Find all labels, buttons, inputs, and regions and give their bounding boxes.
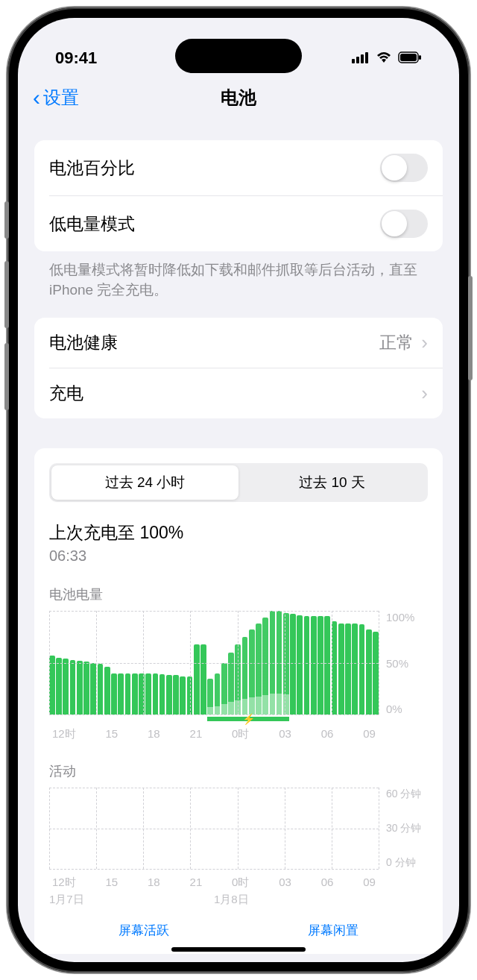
- legend-screen-on: 屏幕活跃: [119, 922, 169, 939]
- dynamic-island: [175, 39, 302, 73]
- nav-bar: ‹ 设置 电池: [18, 78, 459, 122]
- phone-frame: 09:41 ‹ 设置 电池 电: [7, 7, 470, 973]
- battery-health-row[interactable]: 电池健康 正常 ›: [34, 318, 443, 368]
- battery-percentage-label: 电池百分比: [49, 157, 135, 180]
- battery-x-axis: 12时1518210时030609: [49, 727, 379, 741]
- home-indicator[interactable]: [171, 947, 306, 952]
- status-time: 09:41: [55, 48, 97, 68]
- svg-rect-6: [419, 55, 421, 60]
- charging-row[interactable]: 充电 ›: [34, 368, 443, 418]
- last-charge-title: 上次充电至 100%: [49, 521, 428, 544]
- activity-dates: 1月7日1月8日: [49, 893, 379, 907]
- segmented-control[interactable]: 过去 24 小时 过去 10 天: [49, 463, 428, 502]
- battery-percentage-row[interactable]: 电池百分比: [34, 140, 443, 195]
- battery-icon: [398, 48, 422, 68]
- charging-indicator: ⚡: [49, 717, 379, 721]
- chevron-left-icon: ‹: [33, 85, 40, 110]
- svg-rect-2: [361, 54, 364, 63]
- activity-legend: 屏幕活跃 屏幕闲置: [49, 922, 428, 939]
- screen: 09:41 ‹ 设置 电池 电: [18, 18, 459, 962]
- svg-rect-0: [352, 59, 355, 63]
- tab-10d[interactable]: 过去 10 天: [238, 465, 426, 500]
- chart-card: 过去 24 小时 过去 10 天 上次充电至 100% 06:33 电池电量 ⚡…: [34, 448, 443, 954]
- last-charge-time: 06:33: [49, 547, 428, 565]
- battery-health-value: 正常: [379, 331, 414, 354]
- activity-title: 活动: [49, 762, 428, 780]
- low-power-mode-label: 低电量模式: [49, 213, 135, 236]
- chevron-right-icon: ›: [421, 382, 428, 405]
- legend-screen-off: 屏幕闲置: [308, 922, 358, 939]
- battery-level-title: 电池电量: [49, 585, 428, 603]
- page-title: 电池: [221, 86, 256, 110]
- battery-level-chart[interactable]: [49, 611, 379, 715]
- settings-group-1: 电池百分比 低电量模式: [34, 140, 443, 251]
- svg-rect-5: [400, 54, 417, 61]
- low-power-mode-row[interactable]: 低电量模式: [34, 196, 443, 251]
- activity-chart[interactable]: [49, 788, 379, 870]
- back-label: 设置: [43, 86, 79, 110]
- battery-percentage-switch[interactable]: [380, 154, 428, 182]
- chevron-right-icon: ›: [421, 331, 428, 354]
- svg-rect-3: [365, 52, 368, 63]
- battery-health-label: 电池健康: [49, 331, 118, 354]
- svg-rect-1: [356, 57, 359, 63]
- battery-y-axis: 100%50%0%: [386, 611, 428, 715]
- back-button[interactable]: ‹ 设置: [33, 85, 79, 110]
- low-power-mode-switch[interactable]: [380, 210, 428, 238]
- charging-label: 充电: [49, 382, 83, 405]
- tab-24h[interactable]: 过去 24 小时: [51, 465, 238, 500]
- wifi-icon: [376, 48, 392, 68]
- signal-icon: [352, 48, 370, 68]
- activity-x-axis: 12时1518210时030609: [49, 876, 379, 890]
- low-power-footer: 低电量模式将暂时降低如下载和邮件抓取等后台活动，直至 iPhone 完全充电。: [34, 251, 443, 300]
- settings-group-2: 电池健康 正常 › 充电 ›: [34, 318, 443, 418]
- activity-y-axis: 60 分钟30 分钟0 分钟: [386, 788, 428, 870]
